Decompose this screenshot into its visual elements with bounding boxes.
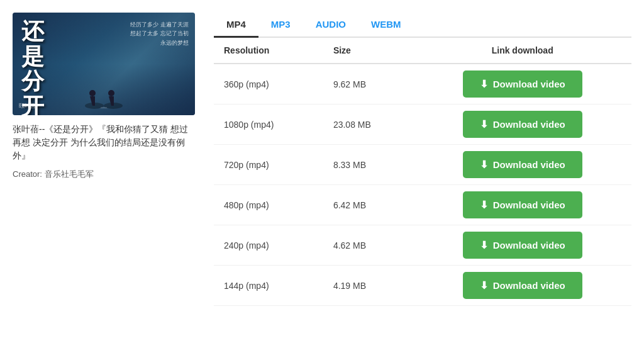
download-button-4[interactable]: ⬇Download video [463, 232, 582, 259]
col-header-size: Size [323, 38, 414, 64]
cell-resolution: 360p (mp4) [214, 64, 323, 104]
cell-download: ⬇Download video [413, 225, 631, 266]
download-button-label: Download video [493, 280, 565, 291]
cell-download: ⬇Download video [413, 64, 631, 104]
download-icon: ⬇ [480, 159, 488, 171]
creator-label: Creator: [13, 169, 42, 179]
download-button-0[interactable]: ⬇Download video [463, 70, 582, 98]
cell-size: 9.62 MB [323, 64, 414, 104]
thumbnail-subtitle: 经历了多少 走遍了天涯 想起了太多 忘记了当初 永远的梦想 [130, 20, 189, 47]
cell-resolution: 1080p (mp4) [214, 104, 323, 145]
thumbnail-creator-label: 颐叶善 [19, 102, 36, 110]
download-button-2[interactable]: ⬇Download video [463, 151, 582, 178]
download-button-3[interactable]: ⬇Download video [463, 191, 582, 218]
table-row: 720p (mp4)8.33 MB⬇Download video [214, 145, 631, 185]
tab-mp3[interactable]: MP3 [258, 13, 303, 38]
cell-download: ⬇Download video [413, 185, 631, 225]
cell-size: 23.08 MB [323, 104, 414, 145]
cell-size: 8.33 MB [323, 145, 414, 185]
main-container: 还是分开 经历了多少 走遍了天涯 想起了太多 忘记了当初 永远的梦想 [13, 13, 631, 306]
download-button-5[interactable]: ⬇Download video [463, 272, 582, 299]
tabs-container: MP4 MP3 AUDIO WEBM [214, 13, 631, 38]
cell-download: ⬇Download video [413, 266, 631, 306]
download-button-label: Download video [493, 200, 565, 210]
table-row: 480p (mp4)6.42 MB⬇Download video [214, 185, 631, 225]
download-button-label: Download video [493, 159, 565, 170]
download-table: Resolution Size Link download 360p (mp4)… [214, 38, 631, 306]
download-icon: ⬇ [480, 118, 488, 130]
table-row: 240p (mp4)4.62 MB⬇Download video [214, 225, 631, 266]
download-button-label: Download video [493, 119, 565, 130]
video-title: 张叶蓓--《还是分开》『我和你猜了又猜 想过再想 决定分开 为什么我们的结局还是… [13, 123, 195, 162]
download-icon: ⬇ [480, 78, 488, 90]
svg-point-3 [108, 90, 114, 96]
download-button-label: Download video [493, 79, 565, 89]
creator-info: Creator: 音乐社毛毛军 [13, 169, 195, 180]
left-panel: 还是分开 经历了多少 走遍了天涯 想起了太多 忘记了当初 永远的梦想 [13, 13, 195, 306]
right-panel: MP4 MP3 AUDIO WEBM Resolution Size Link … [214, 13, 631, 306]
download-button-label: Download video [493, 240, 565, 251]
cell-resolution: 480p (mp4) [214, 185, 323, 225]
thumbnail-title-text: 还是分开 [21, 19, 45, 115]
download-icon: ⬇ [480, 239, 488, 251]
cell-size: 4.62 MB [323, 225, 414, 266]
col-header-link: Link download [413, 38, 631, 64]
cell-size: 4.19 MB [323, 266, 414, 306]
creator-name: 音乐社毛毛军 [45, 169, 94, 179]
cell-download: ⬇Download video [413, 104, 631, 145]
download-button-1[interactable]: ⬇Download video [463, 111, 582, 138]
table-header-row: Resolution Size Link download [214, 38, 631, 64]
download-icon: ⬇ [480, 279, 488, 291]
tab-webm[interactable]: WEBM [358, 13, 414, 38]
cell-size: 6.42 MB [323, 185, 414, 225]
cell-resolution: 144p (mp4) [214, 266, 323, 306]
tab-mp4[interactable]: MP4 [214, 13, 258, 38]
download-icon: ⬇ [480, 199, 488, 211]
table-row: 144p (mp4)4.19 MB⬇Download video [214, 266, 631, 306]
svg-point-2 [89, 90, 96, 96]
cell-resolution: 720p (mp4) [214, 145, 323, 185]
cell-download: ⬇Download video [413, 145, 631, 185]
tab-audio[interactable]: AUDIO [303, 13, 358, 38]
table-row: 360p (mp4)9.62 MB⬇Download video [214, 64, 631, 104]
col-header-resolution: Resolution [214, 38, 323, 64]
table-row: 1080p (mp4)23.08 MB⬇Download video [214, 104, 631, 145]
video-thumbnail: 还是分开 经历了多少 走遍了天涯 想起了太多 忘记了当初 永远的梦想 [13, 13, 195, 115]
silhouette-icon [79, 77, 129, 109]
cell-resolution: 240p (mp4) [214, 225, 323, 266]
